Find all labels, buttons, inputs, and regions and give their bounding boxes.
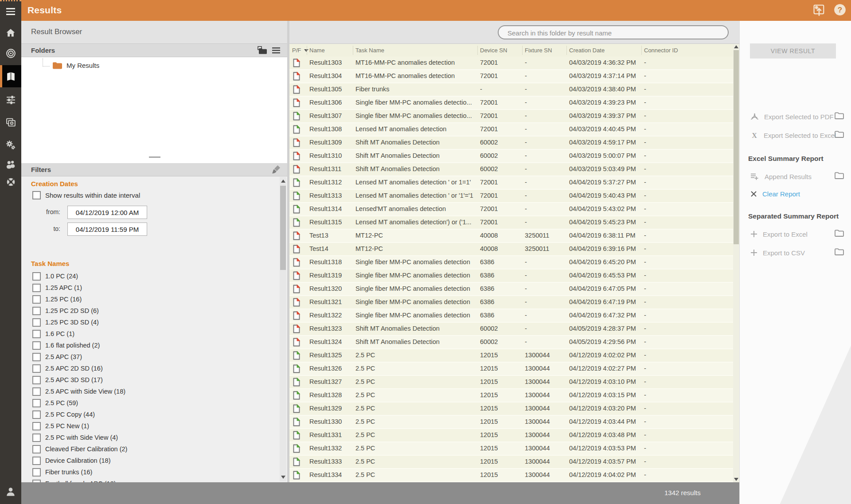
task-name-filter-item[interactable]: 1.25 PC (16) — [32, 293, 272, 305]
panel-splitter[interactable] — [149, 156, 160, 158]
task-name-filter-item[interactable]: 1.6 PC (1) — [32, 328, 272, 340]
task-name-checkbox[interactable] — [32, 318, 41, 327]
table-scrollbar-thumb[interactable] — [734, 50, 739, 244]
task-name-filter-item[interactable]: 2.5 PC Copy (44) — [32, 409, 272, 420]
sidebar-item-results[interactable] — [0, 65, 21, 87]
task-name-checkbox[interactable] — [32, 284, 41, 292]
task-name-checkbox[interactable] — [32, 376, 41, 384]
table-row[interactable]: Result1329 2.5 PC 12015 1300044 04/12/20… — [289, 402, 733, 415]
column-header-connector-id[interactable]: Connector ID — [644, 47, 678, 54]
table-row[interactable]: Result1305 Fiber trunks - - 04/03/2019 4… — [289, 83, 733, 96]
scroll-down-icon[interactable] — [281, 476, 285, 479]
table-row[interactable]: Result1310 Shift MT Anomalies Detection … — [289, 150, 733, 162]
table-row[interactable]: Result1306 Single fiber MM-PC anomalies … — [289, 97, 733, 109]
sidebar-item-users[interactable] — [0, 154, 21, 174]
table-row[interactable]: Result1334 2.5 PC 12015 1300044 04/12/20… — [289, 469, 733, 481]
sidebar-item-gallery[interactable] — [0, 113, 21, 132]
task-name-checkbox[interactable] — [32, 330, 41, 338]
task-name-filter-item[interactable]: 2.5 PC with Side View (4) — [32, 432, 272, 443]
task-name-filter-item[interactable]: 1.6 flat polished (2) — [32, 340, 272, 351]
task-name-filter-item[interactable]: 1.25 APC (1) — [32, 282, 272, 293]
column-header-creation-date[interactable]: Creation Date — [569, 47, 605, 54]
export-to-excel-action[interactable]: Export to Excel — [750, 228, 808, 240]
date-interval-filter[interactable]: Show results within date interval — [32, 191, 140, 199]
scroll-up-icon[interactable] — [734, 45, 738, 48]
date-interval-checkbox[interactable] — [32, 191, 41, 199]
task-name-filter-item[interactable]: Cleaved Fiber Calibration (2) — [32, 443, 272, 455]
table-row[interactable]: Result1314 Lensed'MT anomalies detection… — [289, 203, 733, 215]
scroll-up-icon[interactable] — [281, 180, 285, 183]
task-name-filter-item[interactable]: 2.5 APC 2D SD (16) — [32, 363, 272, 374]
task-name-filter-item[interactable]: 2.5 PC (59) — [32, 397, 272, 409]
table-row[interactable]: Result1319 Single fiber MM-PC anomalies … — [289, 270, 733, 282]
table-row[interactable]: Result1327 2.5 PC 12015 1300044 04/12/20… — [289, 376, 733, 388]
sidebar-item-support[interactable] — [0, 172, 21, 191]
task-name-filter-item[interactable]: 2.5 PC New (1) — [32, 420, 272, 432]
to-date-field[interactable]: 04/12/2019 11:59 PM — [67, 223, 147, 236]
task-name-checkbox[interactable] — [32, 341, 41, 350]
from-date-field[interactable]: 04/12/2019 12:00 AM — [67, 206, 147, 219]
table-scrollbar[interactable] — [733, 44, 739, 482]
task-name-checkbox[interactable] — [32, 272, 41, 281]
table-row[interactable]: Result1312 Lensed MT anomalies detection… — [289, 176, 733, 189]
task-name-checkbox[interactable] — [32, 364, 41, 373]
export-selected-excel-action[interactable]: X Export Selected to Excel — [750, 129, 836, 141]
table-row[interactable]: Result1315 Lensed MT anomalies detection… — [289, 216, 733, 229]
table-row[interactable]: Result1333 2.5 PC 12015 1300044 04/12/20… — [289, 456, 733, 468]
task-name-checkbox[interactable] — [32, 387, 41, 396]
export-selected-pdf-action[interactable]: Export Selected to PDF — [750, 111, 834, 122]
export-to-csv-action[interactable]: Export to CSV — [750, 247, 805, 258]
search-box[interactable] — [498, 25, 729, 39]
append-results-action[interactable]: Append Results — [750, 171, 812, 182]
column-header-name[interactable]: Name — [309, 47, 325, 54]
export-csv-folder-icon[interactable] — [834, 247, 845, 258]
hamburger-menu-button[interactable] — [0, 0, 21, 21]
column-header-task-name[interactable]: Task Name — [355, 47, 384, 54]
table-row[interactable]: Result1323 Shift MT Anomalies Detection … — [289, 323, 733, 335]
table-row[interactable]: Result1324 Shift MT Anomalies Detection … — [289, 336, 733, 348]
clear-report-action[interactable]: Clear Report — [750, 188, 800, 199]
export-screen-icon[interactable] — [812, 3, 826, 19]
new-folder-icon[interactable] — [257, 45, 268, 56]
append-results-folder-icon[interactable] — [834, 171, 845, 182]
task-name-filter-item[interactable]: Device Calibration (18) — [32, 455, 272, 466]
task-name-checkbox[interactable] — [32, 295, 41, 304]
table-row[interactable]: Result1331 2.5 PC 12015 1300044 04/12/20… — [289, 429, 733, 441]
sidebar-item-services[interactable] — [0, 135, 21, 155]
table-row[interactable]: Result1322 Single fiber MM-PC anomalies … — [289, 309, 733, 322]
folder-list-view-icon[interactable] — [271, 46, 282, 56]
column-header-pf[interactable]: P/F — [292, 47, 308, 54]
table-row[interactable]: Result1308 Lensed MT anomalies detection… — [289, 123, 733, 136]
table-row[interactable]: Result1307 Single fiber MM-PC anomalies … — [289, 110, 733, 122]
task-name-filter-item[interactable]: Fiber trunks (16) — [32, 466, 272, 478]
table-row[interactable]: Result1330 2.5 PC 12015 1300044 04/12/20… — [289, 416, 733, 428]
table-row[interactable]: Test14 MT12-PC 40008 3250011 04/04/2019 … — [289, 243, 733, 255]
task-name-checkbox[interactable] — [32, 457, 41, 465]
table-row[interactable]: Result1303 MT16-MM-PC anomalies detectio… — [289, 57, 733, 69]
sidebar-item-home[interactable] — [0, 23, 21, 43]
task-name-checkbox[interactable] — [32, 468, 41, 477]
task-name-checkbox[interactable] — [32, 399, 41, 407]
task-name-filter-item[interactable]: Football ferrule APC (18) — [32, 478, 272, 482]
table-row[interactable]: Result1328 2.5 PC 12015 1300044 04/12/20… — [289, 389, 733, 402]
table-row[interactable]: Result1309 Shift MT Anomalies Detection … — [289, 137, 733, 149]
clear-filters-brush-icon[interactable] — [271, 164, 282, 175]
table-row[interactable]: Result1321 Single fiber MM-PC anomalies … — [289, 296, 733, 309]
export-excel-folder-icon[interactable] — [834, 229, 845, 239]
sidebar-item-account[interactable] — [0, 483, 21, 500]
sidebar-item-target[interactable] — [0, 43, 21, 63]
pdf-export-folder-icon[interactable] — [834, 111, 845, 122]
scroll-down-icon[interactable] — [734, 478, 738, 481]
task-name-filter-item[interactable]: 1.0 PC (24) — [32, 270, 272, 282]
sidebar-item-settings[interactable] — [0, 90, 21, 109]
table-row[interactable]: Result1311 Shift MT Anomalies Detection … — [289, 163, 733, 176]
table-row[interactable]: Result1318 Single fiber MM-PC anomalies … — [289, 256, 733, 269]
table-row[interactable]: Result1313 Lensed MT anomalies detection… — [289, 190, 733, 202]
table-row[interactable]: Result1326 2.5 PC 12015 1300044 04/12/20… — [289, 363, 733, 375]
task-name-checkbox[interactable] — [32, 422, 41, 430]
filters-scrollbar[interactable] — [280, 177, 286, 481]
table-row[interactable]: Result1325 2.5 PC 12015 1300044 04/12/20… — [289, 349, 733, 362]
task-name-filter-item[interactable]: 2.5 APC (37) — [32, 351, 272, 363]
excel-export-folder-icon[interactable] — [834, 130, 845, 141]
table-row[interactable]: Result1332 2.5 PC 12015 1300044 04/12/20… — [289, 442, 733, 455]
